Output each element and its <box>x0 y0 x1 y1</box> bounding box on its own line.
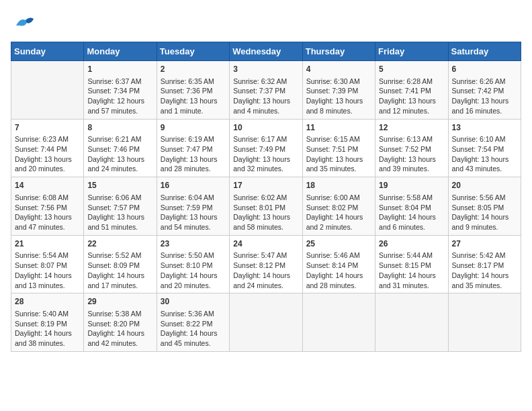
day-number: 1 <box>87 64 152 75</box>
day-info: Sunrise: 6:17 AM Sunset: 7:49 PM Dayligh… <box>233 134 298 174</box>
calendar-cell: 27Sunrise: 5:42 AM Sunset: 8:17 PM Dayli… <box>448 235 521 293</box>
calendar-header-row: SundayMondayTuesdayWednesdayThursdayFrid… <box>11 42 521 61</box>
day-info: Sunrise: 6:21 AM Sunset: 7:46 PM Dayligh… <box>87 134 152 174</box>
day-number: 5 <box>379 64 444 75</box>
day-header-sunday: Sunday <box>11 42 84 61</box>
day-number: 9 <box>161 122 226 134</box>
calendar-cell <box>448 293 521 352</box>
calendar-table: SundayMondayTuesdayWednesdayThursdayFrid… <box>11 42 521 352</box>
day-number: 6 <box>452 64 517 75</box>
day-number: 23 <box>161 238 226 250</box>
day-number: 22 <box>87 238 152 250</box>
day-number: 28 <box>15 296 80 308</box>
day-number: 8 <box>87 122 152 134</box>
day-header-saturday: Saturday <box>448 42 521 61</box>
calendar-cell: 9Sunrise: 6:19 AM Sunset: 7:47 PM Daylig… <box>157 119 229 177</box>
day-number: 17 <box>233 180 298 191</box>
day-header-thursday: Thursday <box>302 42 375 61</box>
day-info: Sunrise: 5:50 AM Sunset: 8:10 PM Dayligh… <box>161 250 226 290</box>
calendar-cell: 6Sunrise: 6:26 AM Sunset: 7:42 PM Daylig… <box>448 61 521 120</box>
day-header-friday: Friday <box>375 42 448 61</box>
day-number: 10 <box>233 122 298 134</box>
calendar-cell: 11Sunrise: 6:15 AM Sunset: 7:51 PM Dayli… <box>302 119 375 177</box>
calendar-cell: 8Sunrise: 6:21 AM Sunset: 7:46 PM Daylig… <box>84 119 157 177</box>
day-info: Sunrise: 5:56 AM Sunset: 8:05 PM Dayligh… <box>452 193 517 232</box>
day-number: 19 <box>379 180 444 191</box>
day-header-tuesday: Tuesday <box>157 42 229 61</box>
calendar-cell: 16Sunrise: 6:04 AM Sunset: 7:59 PM Dayli… <box>157 177 229 236</box>
day-number: 20 <box>452 180 517 191</box>
day-info: Sunrise: 5:44 AM Sunset: 8:15 PM Dayligh… <box>379 250 444 290</box>
day-info: Sunrise: 6:13 AM Sunset: 7:52 PM Dayligh… <box>379 134 444 174</box>
day-number: 29 <box>87 296 152 308</box>
calendar-cell: 26Sunrise: 5:44 AM Sunset: 8:15 PM Dayli… <box>375 235 448 293</box>
calendar-cell: 30Sunrise: 5:36 AM Sunset: 8:22 PM Dayli… <box>157 293 229 352</box>
calendar-week-row: 7Sunrise: 6:23 AM Sunset: 7:44 PM Daylig… <box>11 119 521 177</box>
day-info: Sunrise: 6:32 AM Sunset: 7:37 PM Dayligh… <box>233 77 298 116</box>
calendar-week-row: 21Sunrise: 5:54 AM Sunset: 8:07 PM Dayli… <box>11 235 521 293</box>
day-number: 11 <box>306 122 371 134</box>
calendar-cell: 12Sunrise: 6:13 AM Sunset: 7:52 PM Dayli… <box>375 119 448 177</box>
day-header-wednesday: Wednesday <box>230 42 302 61</box>
day-info: Sunrise: 5:58 AM Sunset: 8:04 PM Dayligh… <box>379 193 444 232</box>
calendar-cell: 18Sunrise: 6:00 AM Sunset: 8:02 PM Dayli… <box>302 177 375 236</box>
calendar-cell: 10Sunrise: 6:17 AM Sunset: 7:49 PM Dayli… <box>230 119 302 177</box>
calendar-week-row: 14Sunrise: 6:08 AM Sunset: 7:56 PM Dayli… <box>11 177 521 236</box>
day-info: Sunrise: 6:15 AM Sunset: 7:51 PM Dayligh… <box>306 134 371 174</box>
calendar-cell: 28Sunrise: 5:40 AM Sunset: 8:19 PM Dayli… <box>11 293 84 352</box>
day-info: Sunrise: 5:54 AM Sunset: 8:07 PM Dayligh… <box>15 250 80 290</box>
day-number: 4 <box>306 64 371 75</box>
day-info: Sunrise: 6:26 AM Sunset: 7:42 PM Dayligh… <box>452 77 517 116</box>
calendar-cell: 17Sunrise: 6:02 AM Sunset: 8:01 PM Dayli… <box>230 177 302 236</box>
day-number: 12 <box>379 122 444 134</box>
day-info: Sunrise: 5:46 AM Sunset: 8:14 PM Dayligh… <box>306 250 371 290</box>
day-number: 7 <box>15 122 80 134</box>
calendar-cell: 3Sunrise: 6:32 AM Sunset: 7:37 PM Daylig… <box>230 61 302 120</box>
logo <box>11 11 38 36</box>
day-info: Sunrise: 6:19 AM Sunset: 7:47 PM Dayligh… <box>161 134 226 174</box>
day-info: Sunrise: 6:37 AM Sunset: 7:34 PM Dayligh… <box>87 77 152 116</box>
day-number: 24 <box>233 238 298 250</box>
day-number: 13 <box>452 122 517 134</box>
day-info: Sunrise: 6:00 AM Sunset: 8:02 PM Dayligh… <box>306 193 371 232</box>
day-info: Sunrise: 6:06 AM Sunset: 7:57 PM Dayligh… <box>87 193 152 232</box>
day-info: Sunrise: 5:52 AM Sunset: 8:09 PM Dayligh… <box>87 250 152 290</box>
calendar-week-row: 1Sunrise: 6:37 AM Sunset: 7:34 PM Daylig… <box>11 61 521 120</box>
calendar-cell: 25Sunrise: 5:46 AM Sunset: 8:14 PM Dayli… <box>302 235 375 293</box>
day-number: 26 <box>379 238 444 250</box>
day-number: 2 <box>161 64 226 75</box>
day-info: Sunrise: 6:30 AM Sunset: 7:39 PM Dayligh… <box>306 77 371 116</box>
calendar-cell: 20Sunrise: 5:56 AM Sunset: 8:05 PM Dayli… <box>448 177 521 236</box>
logo-icon <box>11 11 36 36</box>
calendar-cell <box>11 61 84 120</box>
day-number: 18 <box>306 180 371 191</box>
calendar-cell: 4Sunrise: 6:30 AM Sunset: 7:39 PM Daylig… <box>302 61 375 120</box>
day-info: Sunrise: 6:08 AM Sunset: 7:56 PM Dayligh… <box>15 193 80 232</box>
calendar-week-row: 28Sunrise: 5:40 AM Sunset: 8:19 PM Dayli… <box>11 293 521 352</box>
day-number: 25 <box>306 238 371 250</box>
calendar-cell <box>302 293 375 352</box>
day-info: Sunrise: 6:35 AM Sunset: 7:36 PM Dayligh… <box>161 77 226 116</box>
day-number: 30 <box>161 296 226 308</box>
calendar-cell: 21Sunrise: 5:54 AM Sunset: 8:07 PM Dayli… <box>11 235 84 293</box>
calendar-cell: 22Sunrise: 5:52 AM Sunset: 8:09 PM Dayli… <box>84 235 157 293</box>
calendar-cell: 19Sunrise: 5:58 AM Sunset: 8:04 PM Dayli… <box>375 177 448 236</box>
day-number: 14 <box>15 180 80 191</box>
calendar-cell: 7Sunrise: 6:23 AM Sunset: 7:44 PM Daylig… <box>11 119 84 177</box>
day-info: Sunrise: 5:38 AM Sunset: 8:20 PM Dayligh… <box>87 309 152 349</box>
calendar-cell: 15Sunrise: 6:06 AM Sunset: 7:57 PM Dayli… <box>84 177 157 236</box>
day-info: Sunrise: 6:23 AM Sunset: 7:44 PM Dayligh… <box>15 134 80 174</box>
calendar-cell: 5Sunrise: 6:28 AM Sunset: 7:41 PM Daylig… <box>375 61 448 120</box>
calendar-cell: 24Sunrise: 5:47 AM Sunset: 8:12 PM Dayli… <box>230 235 302 293</box>
calendar-cell: 14Sunrise: 6:08 AM Sunset: 7:56 PM Dayli… <box>11 177 84 236</box>
day-info: Sunrise: 5:42 AM Sunset: 8:17 PM Dayligh… <box>452 250 517 290</box>
page-header <box>11 11 521 36</box>
day-info: Sunrise: 5:47 AM Sunset: 8:12 PM Dayligh… <box>233 250 298 290</box>
calendar-cell <box>230 293 302 352</box>
calendar-cell: 23Sunrise: 5:50 AM Sunset: 8:10 PM Dayli… <box>157 235 229 293</box>
day-info: Sunrise: 6:04 AM Sunset: 7:59 PM Dayligh… <box>161 193 226 232</box>
calendar-cell: 13Sunrise: 6:10 AM Sunset: 7:54 PM Dayli… <box>448 119 521 177</box>
day-info: Sunrise: 6:10 AM Sunset: 7:54 PM Dayligh… <box>452 134 517 174</box>
calendar-cell <box>375 293 448 352</box>
day-info: Sunrise: 5:36 AM Sunset: 8:22 PM Dayligh… <box>161 309 226 349</box>
